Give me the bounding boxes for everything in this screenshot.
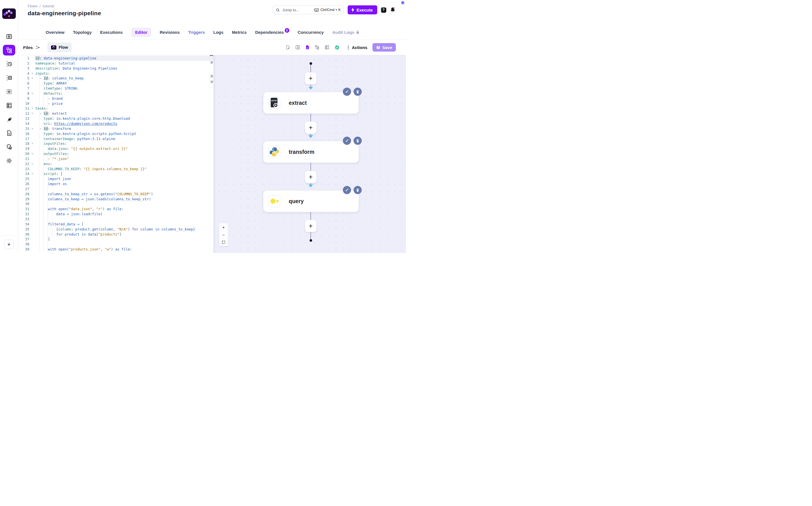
code-line-30[interactable]: 30 xyxy=(18,201,213,206)
sidebar-item-iam[interactable] xyxy=(3,142,15,152)
delete-task-button[interactable] xyxy=(354,186,362,194)
delete-task-button[interactable] xyxy=(354,88,362,96)
execute-button[interactable]: Execute xyxy=(348,5,377,14)
code-line-19[interactable]: 19data.json: "{{ outputs.extract.uri }}" xyxy=(18,146,213,151)
tab-revisions[interactable]: Revisions xyxy=(160,30,179,35)
add-task-button[interactable]: + xyxy=(305,220,317,232)
delete-task-button[interactable] xyxy=(354,137,362,145)
flow-file-tab[interactable]: Flow xyxy=(47,43,72,52)
code-line-27[interactable]: 27 xyxy=(18,186,213,191)
sidebar-item-executions[interactable] xyxy=(3,59,15,69)
code-line-3[interactable]: 3description: Data Engineering Pipelines xyxy=(18,66,213,71)
kestra-logo[interactable] xyxy=(2,8,16,19)
tab-topology[interactable]: Topology xyxy=(73,30,92,35)
code-line-16[interactable]: 16type: io.kestra.plugin.scripts.python.… xyxy=(18,131,213,136)
code-line-34[interactable]: 34filtered_data = [ xyxy=(18,222,213,227)
tab-executions[interactable]: Executions xyxy=(100,30,123,35)
sidebar-item-blueprints[interactable] xyxy=(3,100,15,111)
tab-metrics[interactable]: Metrics xyxy=(232,30,247,35)
tab-concurrency[interactable]: Concurrency xyxy=(298,30,324,35)
code-line-13[interactable]: 13type: io.kestra.plugin.core.http.Downl… xyxy=(18,116,213,121)
code-line-33[interactable]: 33 xyxy=(18,217,213,222)
zoom-in-button[interactable]: + xyxy=(219,223,228,231)
fold-chevron-icon[interactable]: ∨ xyxy=(29,76,35,81)
code-line-6[interactable]: 6type: ARRAY xyxy=(18,81,213,86)
topology-tree-icon[interactable] xyxy=(315,45,320,50)
tab-logs[interactable]: Logs xyxy=(213,30,224,35)
add-task-button[interactable]: + xyxy=(305,171,317,183)
code-line-12[interactable]: 12∨- id: extract xyxy=(18,111,213,116)
add-task-button[interactable]: + xyxy=(305,121,317,134)
tab-triggers[interactable]: Triggers xyxy=(188,30,205,35)
code-line-11[interactable]: 11∨tasks: xyxy=(18,106,213,111)
fold-chevron-icon[interactable]: ∨ xyxy=(29,111,35,116)
code-line-23[interactable]: 23COLUMNS_TO_KEEP: "{{ inputs.columns_to… xyxy=(18,167,213,172)
breadcrumb-namespace[interactable]: tutorial xyxy=(43,4,54,8)
fold-chevron-icon[interactable]: ∨ xyxy=(29,91,35,96)
code-line-17[interactable]: 17containerImage: python:3.11-alpine xyxy=(18,136,213,142)
code-line-4[interactable]: 4∨inputs: xyxy=(18,71,213,76)
fit-screen-button[interactable] xyxy=(219,238,228,246)
sidebar-item-dashboard[interactable] xyxy=(3,31,15,42)
search-input[interactable]: Jump to... Ctrl/Cmd + K xyxy=(273,5,344,14)
files-toggle-icon[interactable] xyxy=(35,45,40,50)
topology-panel[interactable]: ++++HTTPextracttransformquery+− xyxy=(213,55,406,253)
fold-chevron-icon[interactable]: ∨ xyxy=(29,141,35,146)
code-line-31[interactable]: 31with open("data.json", "r") as file: xyxy=(18,206,213,212)
zoom-out-button[interactable]: − xyxy=(219,231,228,238)
valid-check-icon[interactable] xyxy=(335,45,340,50)
sidebar-item-flows[interactable] xyxy=(3,45,15,56)
edit-task-button[interactable] xyxy=(343,186,351,194)
code-line-1[interactable]: 1id: data-engineering-pipeline xyxy=(18,56,213,61)
code-line-9[interactable]: 9- brand xyxy=(18,96,213,101)
side-panel-icon[interactable] xyxy=(295,45,300,50)
code-line-39[interactable]: 39with open("products.json", "w") as fil… xyxy=(18,247,213,252)
code-line-18[interactable]: 18∨inputFiles: xyxy=(18,141,213,146)
sidebar-item-plugins[interactable] xyxy=(3,114,15,124)
code-line-2[interactable]: 2namespace: tutorial xyxy=(18,61,213,66)
save-button[interactable]: Save xyxy=(372,43,396,52)
fold-chevron-icon[interactable]: ∨ xyxy=(29,106,35,111)
code-line-29[interactable]: 29columns_to_keep = json.loads(columns_t… xyxy=(18,197,213,202)
fold-chevron-icon[interactable]: ∨ xyxy=(29,171,35,176)
fold-chevron-icon[interactable]: ∨ xyxy=(29,161,35,167)
code-line-8[interactable]: 8∨defaults: xyxy=(18,91,213,96)
code-line-26[interactable]: 26import os xyxy=(18,181,213,186)
code-line-32[interactable]: 32data = json.load(file) xyxy=(18,212,213,217)
code-line-22[interactable]: 22∨env: xyxy=(18,161,213,167)
code-line-36[interactable]: 36for product in data["products"] xyxy=(18,232,213,237)
sidebar-item-namespaces[interactable] xyxy=(3,86,15,97)
file-code-icon[interactable] xyxy=(305,45,310,50)
edit-task-button[interactable] xyxy=(343,88,351,96)
code-line-5[interactable]: 5∨- id: columns_to_keep xyxy=(18,76,213,81)
fold-chevron-icon[interactable]: ∨ xyxy=(29,71,35,76)
sidebar-item-settings[interactable] xyxy=(3,155,15,166)
file-edit-icon[interactable] xyxy=(285,45,290,50)
yaml-editor[interactable]: 1id: data-engineering-pipeline2namespace… xyxy=(18,55,213,253)
sidebar-expand-button[interactable]: » xyxy=(4,240,14,249)
code-line-28[interactable]: 28columns_to_keep_str = os.getenv("COLUM… xyxy=(18,191,213,197)
notifications-bell-icon[interactable] xyxy=(390,7,396,13)
sidebar-item-logs[interactable] xyxy=(3,72,15,83)
add-task-button[interactable]: + xyxy=(305,72,317,85)
breadcrumb-flows[interactable]: Flows xyxy=(28,4,38,8)
code-line-20[interactable]: 20∨outputFiles: xyxy=(18,151,213,156)
code-line-7[interactable]: 7itemType: STRING xyxy=(18,86,213,91)
fold-chevron-icon[interactable]: ∨ xyxy=(29,151,35,156)
actions-menu[interactable]: ⋮ Actions xyxy=(346,45,367,50)
doc-list-icon[interactable] xyxy=(324,45,329,50)
code-line-24[interactable]: 24∨script: | xyxy=(18,171,213,176)
files-label[interactable]: Files xyxy=(23,45,33,50)
code-line-35[interactable]: 35{column: product.get(column, "N/A") fo… xyxy=(18,227,213,232)
code-line-14[interactable]: 14uri: https://dummyjson.com/products xyxy=(18,121,213,126)
help-button[interactable]: ? xyxy=(381,7,386,13)
fold-chevron-icon[interactable]: ∨ xyxy=(29,126,35,131)
tab-overview[interactable]: Overview xyxy=(46,30,65,35)
code-line-37[interactable]: 37] xyxy=(18,237,213,242)
tab-dependencies[interactable]: Dependencies0 xyxy=(255,30,289,35)
tab-audit-logs[interactable]: Audit Logs xyxy=(332,30,360,35)
sidebar-item-docs[interactable] xyxy=(3,128,15,138)
code-line-15[interactable]: 15∨- id: transform xyxy=(18,126,213,131)
code-line-10[interactable]: 10- price xyxy=(18,101,213,106)
code-line-25[interactable]: 25import json xyxy=(18,176,213,181)
